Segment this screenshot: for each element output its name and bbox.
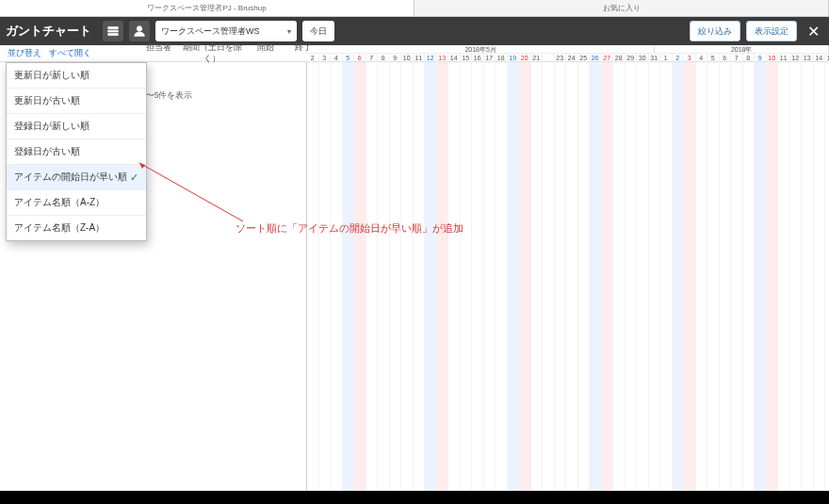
grid-column <box>484 62 496 491</box>
day-cell: 27 <box>602 54 614 62</box>
day-cell: 14 <box>814 54 826 62</box>
sort-dropdown: 更新日が新しい順更新日が古い順登録日が新しい順登録日が古い順アイテムの開始日が早… <box>6 62 147 241</box>
day-cell: 23 <box>555 54 567 62</box>
day-cell: 9 <box>390 54 402 62</box>
sort-option-label: 更新日が新しい順 <box>14 69 89 82</box>
tab-label: お気に入り <box>603 3 641 13</box>
grid-column <box>825 62 829 491</box>
grid-column <box>814 62 826 491</box>
tab-label: ワークスペース管理者PJ - Brushup <box>147 3 266 13</box>
day-cell: 12 <box>425 54 437 62</box>
user-filter-button[interactable] <box>129 21 150 41</box>
grid-column <box>707 62 720 491</box>
grid-column <box>590 62 602 491</box>
grid-column <box>602 62 614 491</box>
grid-column <box>649 62 661 491</box>
day-cell: 21 <box>531 54 544 62</box>
grid-column <box>354 62 366 491</box>
sort-option[interactable]: 登録日が新しい順 <box>7 114 146 139</box>
day-cell: 6 <box>354 54 366 62</box>
grid-column <box>637 62 649 491</box>
day-cell: 11 <box>414 54 426 62</box>
grid-column <box>319 62 332 491</box>
grid-column <box>566 62 578 491</box>
sort-link[interactable]: 並び替え <box>8 48 41 59</box>
grid-column <box>496 62 508 491</box>
grid-column <box>613 62 626 491</box>
today-label: 今日 <box>310 25 327 38</box>
display-settings-button[interactable]: 表示設定 <box>746 21 797 41</box>
grid-column <box>767 62 779 491</box>
svg-point-0 <box>137 26 141 31</box>
sort-option-label: アイテムの開始日が早い順 <box>14 171 127 184</box>
sort-option-label: 更新日が古い順 <box>14 94 80 107</box>
grid-column <box>660 62 673 491</box>
bottom-bar <box>0 491 829 504</box>
day-cell: 7 <box>731 54 743 62</box>
browser-tab[interactable]: ワークスペース管理者PJ - Brushup <box>0 0 414 16</box>
grid-column <box>802 62 814 491</box>
filter-button[interactable]: 絞り込み <box>690 21 740 41</box>
sort-option[interactable]: アイテムの開始日が早い順✓ <box>7 165 146 190</box>
day-cell: 22 <box>543 54 555 62</box>
sort-option-label: アイテム名順（A-Z） <box>14 196 105 209</box>
grid-column <box>696 62 708 491</box>
expand-all-link[interactable]: すべて開く <box>49 48 91 59</box>
month-label: 2018年5月 <box>307 45 655 53</box>
grid-column <box>755 62 767 491</box>
close-icon: ✕ <box>807 23 820 41</box>
grid-column <box>425 62 437 491</box>
grid-column <box>307 62 319 491</box>
sort-option[interactable]: 更新日が新しい順 <box>7 63 146 89</box>
day-cell: 24 <box>566 54 578 62</box>
chevron-down-icon: ▾ <box>287 27 291 36</box>
day-cell: 2 <box>673 54 685 62</box>
day-cell: 16 <box>472 54 484 62</box>
day-cell: 15 <box>461 54 473 62</box>
grid-column <box>731 62 743 491</box>
sort-option-label: 登録日が古い順 <box>14 145 80 158</box>
day-cell: 13 <box>437 54 449 62</box>
sort-option[interactable]: アイテム名順（Z-A） <box>7 216 146 240</box>
day-cell: 4 <box>331 54 343 62</box>
result-count: 1〜5件を表示 <box>141 90 192 102</box>
page-title: ガントチャート <box>6 23 91 40</box>
browser-tab[interactable]: お気に入り <box>414 0 829 16</box>
grid-column <box>437 62 449 491</box>
today-button[interactable]: 今日 <box>302 21 334 41</box>
column-headers: 担当者 期間（土日を除く） 開始 終了 <box>141 42 320 65</box>
check-icon: ✓ <box>130 171 138 184</box>
filter-label: 絞り込み <box>698 25 732 38</box>
grid-column <box>519 62 531 491</box>
sort-option[interactable]: 更新日が古い順 <box>7 89 146 114</box>
grid-column <box>790 62 803 491</box>
day-cell: 2 <box>307 54 319 62</box>
grid-column <box>743 62 756 491</box>
grid-column <box>543 62 555 491</box>
day-cell: 30 <box>637 54 649 62</box>
close-button[interactable]: ✕ <box>803 21 823 41</box>
grid-column <box>366 62 379 491</box>
month-label: 2018年 <box>655 45 829 53</box>
day-cell: 19 <box>508 54 520 62</box>
grid-column <box>531 62 544 491</box>
grid-column <box>461 62 473 491</box>
grid-column <box>555 62 567 491</box>
day-cell: 9 <box>755 54 767 62</box>
grid-column <box>378 62 390 491</box>
day-cell: 29 <box>626 54 638 62</box>
gantt-grid[interactable] <box>307 62 829 491</box>
sort-option[interactable]: アイテム名順（A-Z） <box>7 190 146 216</box>
sort-option[interactable]: 登録日が古い順 <box>7 139 146 165</box>
display-settings-label: 表示設定 <box>755 25 788 38</box>
day-cell: 6 <box>720 54 732 62</box>
grid-column <box>331 62 343 491</box>
day-cell: 8 <box>743 54 756 62</box>
grid-column <box>472 62 484 491</box>
day-cell: 8 <box>378 54 390 62</box>
grid-column <box>720 62 732 491</box>
col-start: 開始 <box>249 42 283 65</box>
workspace-select[interactable]: ワークスペース管理者WS ▾ <box>155 21 297 41</box>
list-view-toggle[interactable] <box>103 21 123 41</box>
day-cell: 15 <box>825 54 829 62</box>
